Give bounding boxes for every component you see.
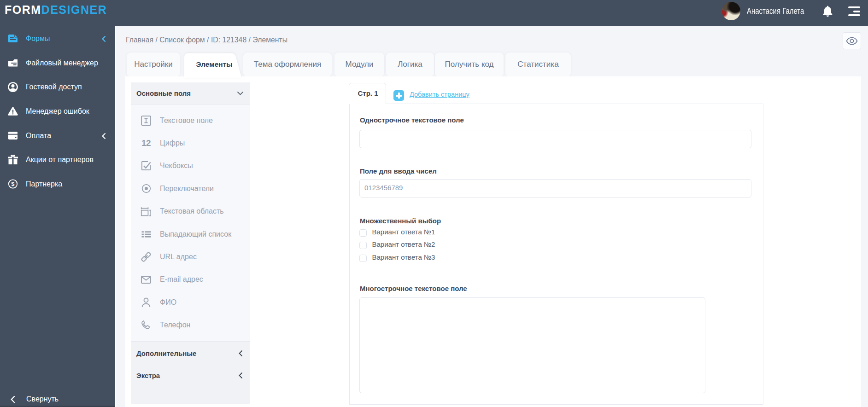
svg-text:$: $ [12,181,15,187]
